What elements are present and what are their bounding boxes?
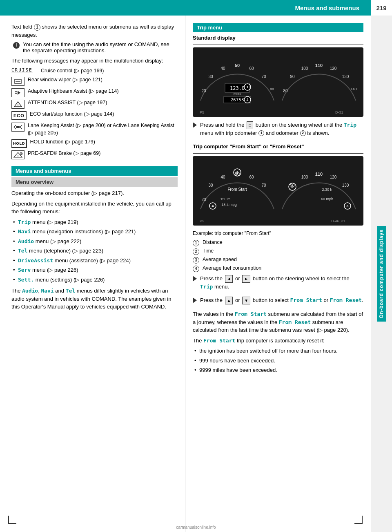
dashboard-image-2: 20 30 40 50 60 70 1 From Start 150 mi 18… [193, 156, 363, 226]
info-note-text: You can set the time using the audio sys… [23, 41, 178, 54]
svg-text:60: 60 [249, 175, 254, 179]
attn-icon: ! [11, 100, 24, 109]
svg-text:130: 130 [342, 74, 349, 79]
info-icon: i [13, 42, 20, 49]
reset-conditions-list: the ignition has been switched off for m… [193, 347, 363, 374]
svg-text:110: 110 [315, 172, 323, 177]
right-sidebar: On-board computer and displays [371, 16, 392, 532]
trip-header: Trip menu [193, 23, 363, 32]
svg-text:1: 1 [246, 85, 248, 89]
serv-code: Serv [18, 267, 31, 273]
presafe-icon: ! S [11, 150, 24, 159]
trip-computer-header: Trip computer "From Start" or "From Rese… [193, 143, 363, 151]
numbered-list: 1 Distance 2 Time 3 Average speed 4 Aver… [193, 239, 363, 272]
reset-cond-3: 9999 miles have been exceeded. [193, 366, 363, 374]
num-item-1: 1 Distance [193, 239, 363, 246]
left-arrow-btn: ◄ [225, 275, 233, 283]
auto-reset-intro: The From Start trip computer is automati… [193, 337, 363, 345]
circle-num-4: 4 [193, 266, 199, 272]
press-updown-block: Press the ▲ or ▼ button to select From S… [193, 296, 363, 307]
press-arrow-block: Press the ◄ or ► button on the steering … [193, 275, 363, 293]
lane-desc: Lane Keeping Assist (▷ page 200) or Acti… [28, 122, 178, 136]
attn-desc: ATTENTION ASSIST (▷ page 197) [28, 99, 107, 107]
watermark: carmanualsonline.info [176, 525, 216, 530]
down-arrow-btn: ▼ [242, 297, 250, 304]
svg-text:From Start: From Start [227, 187, 247, 192]
wiper-desc: Rear window wiper (▷ page 121) [28, 76, 102, 84]
svg-text:1: 1 [236, 170, 238, 174]
svg-text:D-46_31: D-46_31 [331, 219, 345, 223]
menu-list: Trip menu (▷ page 219) Navi menu (naviga… [11, 218, 178, 284]
highbeam-icon [11, 88, 24, 97]
presafe-desc: PRE-SAFE® Brake (▷ page 69) [28, 150, 100, 157]
reset-cond-2: 999 hours have been exceeded. [193, 357, 363, 365]
svg-text:!: ! [18, 154, 19, 158]
svg-text:100: 100 [301, 175, 308, 179]
page-number: 219 [371, 0, 392, 16]
svg-text:120: 120 [330, 66, 337, 71]
arrow-icon [193, 122, 197, 128]
svg-text:2:30 h: 2:30 h [322, 188, 332, 192]
svg-text:80: 80 [283, 89, 288, 93]
tel-code: Tel [18, 248, 27, 254]
svg-text:70: 70 [261, 183, 266, 188]
num-text-1: Distance [203, 239, 223, 245]
icon-highbeam: Adaptive Highbeam Assist (▷ page 114) [11, 88, 178, 97]
circle-num-2: 2 [193, 248, 199, 255]
svg-text:50: 50 [235, 63, 240, 68]
press-hold-text: Press and hold the □ button on the steer… [200, 121, 363, 137]
standard-display-label: Standard display [193, 34, 363, 42]
circle-1: 1 [34, 24, 40, 31]
eco-desc: ECO start/stop function (▷ page 144) [30, 111, 114, 118]
num-text-4: Average fuel consumption [203, 265, 261, 271]
button-icon: □ [247, 121, 253, 129]
up-arrow-btn: ▲ [225, 297, 233, 304]
driveassist-code: DriveAssist [18, 257, 53, 264]
svg-rect-43 [196, 156, 360, 226]
svg-text:4: 4 [212, 204, 214, 208]
icon-wiper: Rear window wiper (▷ page 121) [11, 76, 178, 86]
svg-rect-17 [196, 47, 360, 117]
section-menu-overview-header: Menu overview [11, 177, 178, 187]
menu-navi: Navi menu (navigation instructions) (▷ p… [11, 228, 178, 236]
cruise-desc: Cruise control (▷ page 169) [41, 67, 104, 75]
cruise-label: CRUISE [11, 67, 38, 73]
divider1 [193, 45, 363, 45]
svg-text:90: 90 [290, 74, 295, 79]
menu-tel: Tel menu (telephone) (▷ page 223) [11, 247, 178, 255]
svg-text:120: 120 [330, 175, 337, 179]
svg-text:60 mph: 60 mph [321, 197, 333, 201]
menu-audio: Audio menu (▷ page 222) [11, 237, 178, 246]
icon-attn: ! ATTENTION ASSIST (▷ page 197) [11, 99, 178, 109]
svg-text:2: 2 [291, 185, 293, 189]
circle-num-1: 1 [193, 240, 199, 246]
svg-text:130: 130 [342, 183, 349, 188]
svg-text:70: 70 [261, 74, 266, 79]
icon-eco: ECO ECO start/stop function (▷ page 144) [11, 111, 178, 120]
corner-mark-bl [8, 516, 16, 524]
num-text-3: Average speed [203, 257, 237, 262]
svg-text:20: 20 [201, 89, 206, 93]
svg-text:D-31: D-31 [335, 110, 343, 114]
highbeam-desc: Adaptive Highbeam Assist (▷ page 114) [28, 88, 119, 95]
header-title: Menus and submenus [295, 4, 359, 11]
num-text-2: Time [203, 248, 214, 254]
menu-driveassist: DriveAssist menu (assistance) (▷ page 22… [11, 257, 178, 265]
svg-line-12 [20, 127, 22, 129]
press-hold-block: Press and hold the □ button on the steer… [193, 121, 363, 140]
menu-trip: Trip menu (▷ page 219) [11, 218, 178, 226]
num-item-4: 4 Average fuel consumption [193, 265, 363, 272]
svg-text:!: ! [18, 103, 19, 107]
svg-text:S: S [20, 153, 22, 155]
top-bar: Menus and submenus 219 [0, 0, 392, 16]
trip-code: Trip [18, 219, 31, 225]
menu-serv: Serv menu (▷ page 226) [11, 266, 178, 274]
divider2 [193, 153, 363, 154]
svg-marker-5 [18, 91, 20, 95]
svg-line-8 [14, 125, 16, 127]
press-arrow-text: Press the ◄ or ► button on the steering … [200, 275, 363, 291]
icon-cruise: CRUISE Cruise control (▷ page 169) [11, 67, 178, 75]
svg-text:40: 40 [220, 66, 225, 71]
svg-rect-0 [15, 79, 21, 83]
eco-icon: ECO [11, 111, 27, 120]
